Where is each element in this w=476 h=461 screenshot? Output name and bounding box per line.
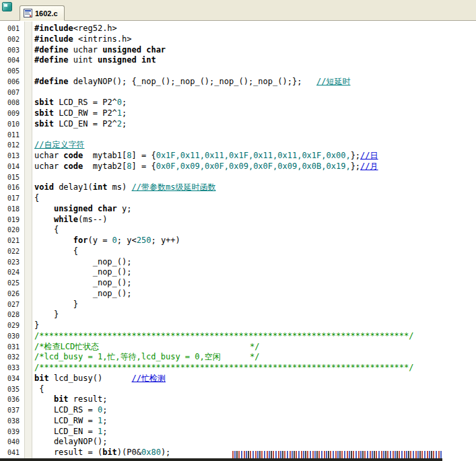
code-line[interactable]: 003#define uchar unsigned char bbox=[0, 45, 476, 56]
code-text: _nop_(); bbox=[34, 267, 476, 278]
code-line[interactable]: 031/*检查LCD忙状态 */ bbox=[0, 342, 476, 353]
line-number: 039 bbox=[0, 427, 24, 437]
code-editor[interactable]: 001#include<reg52.h>002#include <intrins… bbox=[0, 22, 476, 461]
code-line[interactable]: 034bit lcd_busy() //忙检测 bbox=[0, 374, 476, 384]
code-lines: 001#include<reg52.h>002#include <intrins… bbox=[0, 24, 476, 458]
line-number: 002 bbox=[0, 34, 24, 45]
code-text: /*lcd_busy = 1,忙,等待,lcd_busy = 0,空闲 */ bbox=[34, 352, 476, 363]
line-number: 030 bbox=[0, 331, 24, 342]
line-number: 024 bbox=[0, 267, 24, 278]
code-line[interactable]: 032/*lcd_busy = 1,忙,等待,lcd_busy = 0,空闲 *… bbox=[0, 352, 476, 363]
line-number: 036 bbox=[0, 394, 24, 405]
code-line[interactable]: 008sbit LCD_RS = P2^0; bbox=[0, 98, 476, 108]
code-line[interactable]: 016void delay1(int ms) //带参数ms级延时函数 bbox=[0, 182, 476, 193]
line-number: 031 bbox=[0, 342, 24, 353]
code-text bbox=[34, 87, 476, 98]
line-number: 041 bbox=[0, 448, 24, 458]
code-text: /***************************************… bbox=[34, 331, 476, 342]
code-text: #define uchar unsigned char bbox=[34, 45, 476, 56]
code-line[interactable]: 012//自定义字符 bbox=[0, 140, 476, 151]
code-line[interactable]: 006#define delayNOP(); {_nop_();_nop_();… bbox=[0, 77, 476, 87]
line-number: 028 bbox=[0, 310, 24, 320]
code-line[interactable]: 025 _nop_(); bbox=[0, 278, 476, 289]
code-line[interactable]: 029} bbox=[0, 320, 476, 331]
line-number: 023 bbox=[0, 257, 24, 268]
code-line[interactable]: 040 delayNOP(); bbox=[0, 437, 476, 448]
line-number: 026 bbox=[0, 289, 24, 299]
code-line[interactable]: 033/************************************… bbox=[0, 363, 476, 374]
code-line[interactable]: 011 bbox=[0, 130, 476, 141]
code-text: //自定义字符 bbox=[34, 140, 476, 151]
code-text: bit result; bbox=[34, 394, 476, 405]
tab-1602c[interactable]: 1602.c bbox=[20, 5, 65, 21]
code-line[interactable]: 027 } bbox=[0, 299, 476, 310]
code-line[interactable]: 015 bbox=[0, 172, 476, 183]
code-text: } bbox=[34, 320, 476, 331]
code-line[interactable]: 002#include <intrins.h> bbox=[0, 34, 476, 45]
code-text: _nop_(); bbox=[34, 278, 476, 289]
line-number: 004 bbox=[0, 55, 24, 66]
code-text: _nop_(); bbox=[34, 257, 476, 268]
line-number: 037 bbox=[0, 405, 24, 416]
code-text: sbit LCD_RS = P2^0; bbox=[34, 98, 476, 108]
code-text: while(ms--) bbox=[34, 215, 476, 225]
line-number: 029 bbox=[0, 320, 24, 331]
code-text: { bbox=[34, 193, 476, 204]
line-number: 011 bbox=[0, 130, 24, 141]
code-text: /*检查LCD忙状态 */ bbox=[34, 342, 476, 353]
code-text: { bbox=[34, 225, 476, 236]
code-text: /***************************************… bbox=[34, 363, 476, 374]
code-line[interactable]: 022 { bbox=[0, 246, 476, 257]
code-line[interactable]: 017{ bbox=[0, 193, 476, 204]
code-editor-window: 1602.c 001#include<reg52.h>002#include <… bbox=[0, 0, 476, 461]
code-line[interactable]: 020 { bbox=[0, 225, 476, 236]
app-corner-icon bbox=[2, 2, 12, 11]
breakpoint-margin[interactable] bbox=[24, 22, 32, 461]
window-bottom-edge bbox=[0, 458, 442, 461]
code-line[interactable]: 009sbit LCD_RW = P2^1; bbox=[0, 108, 476, 119]
code-line[interactable]: 028 } bbox=[0, 310, 476, 320]
code-text: sbit LCD_EN = P2^2; bbox=[34, 119, 476, 130]
line-number: 018 bbox=[0, 204, 24, 215]
code-text: delayNOP(); bbox=[34, 437, 476, 448]
line-number: 017 bbox=[0, 193, 24, 204]
code-line[interactable]: 005 bbox=[0, 66, 476, 77]
code-line[interactable]: 036 bit result; bbox=[0, 394, 476, 405]
code-line[interactable]: 024 _nop_(); bbox=[0, 267, 476, 278]
code-line[interactable]: 001#include<reg52.h> bbox=[0, 24, 476, 34]
tab-label: 1602.c bbox=[35, 9, 58, 17]
code-text: sbit LCD_RW = P2^1; bbox=[34, 108, 476, 119]
line-number: 019 bbox=[0, 215, 24, 225]
code-line[interactable]: 010sbit LCD_EN = P2^2; bbox=[0, 119, 476, 130]
code-line[interactable]: 023 _nop_(); bbox=[0, 257, 476, 268]
code-line[interactable]: 039 LCD_EN = 1; bbox=[0, 427, 476, 437]
code-line[interactable]: 004#define uint unsigned int bbox=[0, 55, 476, 66]
code-line[interactable]: 014uchar code mytab2[8] = {0x0F,0x09,0x0… bbox=[0, 162, 476, 172]
line-number: 009 bbox=[0, 108, 24, 119]
code-line[interactable]: 037 LCD_RS = 0; bbox=[0, 405, 476, 416]
line-number: 038 bbox=[0, 416, 24, 427]
code-line[interactable]: 019 while(ms--) bbox=[0, 215, 476, 225]
code-line[interactable]: 018 unsigned char y; bbox=[0, 204, 476, 215]
code-text: LCD_EN = 1; bbox=[34, 427, 476, 437]
line-number: 033 bbox=[0, 363, 24, 374]
code-text: LCD_RW = 1; bbox=[34, 416, 476, 427]
code-line[interactable]: 013uchar code mytab1[8] = {0x1F,0x11,0x1… bbox=[0, 151, 476, 162]
code-text: _nop_(); bbox=[34, 289, 476, 299]
code-text: unsigned char y; bbox=[34, 204, 476, 215]
code-line[interactable]: 038 LCD_RW = 1; bbox=[0, 416, 476, 427]
code-text: uchar code mytab1[8] = {0x1F,0x11,0x11,0… bbox=[34, 151, 476, 162]
code-line[interactable]: 030/************************************… bbox=[0, 331, 476, 342]
c-source-file-icon bbox=[24, 9, 32, 17]
code-text: #include <intrins.h> bbox=[34, 34, 476, 45]
line-number: 005 bbox=[0, 66, 24, 77]
code-line[interactable]: 007 bbox=[0, 87, 476, 98]
code-text: uchar code mytab2[8] = {0x0F,0x09,0x0F,0… bbox=[34, 162, 476, 172]
line-number: 025 bbox=[0, 278, 24, 289]
line-number: 022 bbox=[0, 246, 24, 257]
line-number: 027 bbox=[0, 299, 24, 310]
line-number: 015 bbox=[0, 172, 24, 183]
code-line[interactable]: 021 for(y = 0; y<250; y++) bbox=[0, 236, 476, 246]
code-line[interactable]: 035 { bbox=[0, 384, 476, 395]
code-line[interactable]: 026 _nop_(); bbox=[0, 289, 476, 299]
